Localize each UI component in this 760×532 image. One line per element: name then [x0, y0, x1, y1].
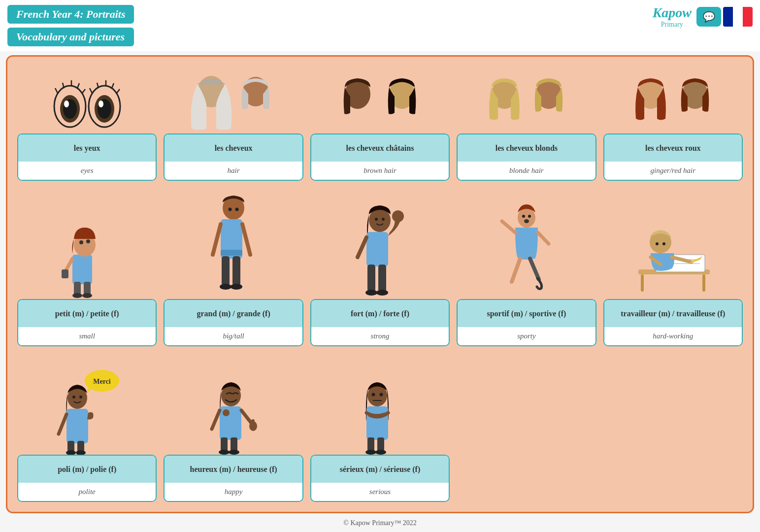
vocab-box-blonde-hair: les cheveux blonds blonde hair — [457, 133, 596, 181]
vocab-box-small: petit (m) / petite (f) small — [17, 299, 157, 346]
svg-point-64 — [524, 219, 529, 223]
vocab-card-happy: heureux (m) / heureuse (f) happy — [164, 353, 303, 502]
hair-image — [164, 66, 303, 133]
svg-line-7 — [77, 83, 79, 88]
french-flag — [723, 7, 753, 27]
vocab-french-sporty: sportif (m) / sportive (f) — [458, 300, 595, 327]
svg-rect-52 — [378, 265, 386, 292]
svg-line-8 — [82, 89, 85, 93]
svg-text:Merci: Merci — [93, 378, 111, 385]
vocab-french-happy: heureux (m) / heureuse (f) — [165, 456, 302, 483]
sporty-image — [457, 188, 596, 299]
chat-bubble-icon: 💬 — [696, 7, 721, 27]
svg-line-58 — [502, 221, 515, 233]
header: French Year 4: Portraits Vocabulary and … — [0, 0, 760, 51]
svg-line-17 — [117, 89, 120, 93]
svg-line-44 — [242, 224, 250, 255]
svg-point-46 — [235, 208, 239, 211]
vocab-card-blonde-hair: les cheveux blonds blonde hair — [457, 66, 596, 181]
vocab-card-brown-hair: les cheveux châtains brown hair — [310, 66, 450, 181]
vocab-box-hair: les cheveux hair — [164, 133, 303, 181]
svg-point-62 — [522, 215, 525, 218]
copyright-text: © Kapow Primary™ 2022 — [0, 517, 760, 529]
svg-point-107 — [372, 393, 375, 397]
svg-point-55 — [375, 218, 378, 221]
svg-point-41 — [220, 284, 231, 290]
vocab-english-sporty: sporty — [458, 327, 595, 345]
svg-point-88 — [72, 396, 75, 399]
vocab-french-tall: grand (m) / grande (f) — [165, 300, 302, 327]
strong-image — [310, 188, 450, 299]
page-title: French Year 4: Portraits — [16, 8, 125, 20]
vocab-box-eyes: les yeux eyes — [17, 133, 157, 181]
eyes-image — [17, 66, 157, 133]
vocab-french-eyes: les yeux — [18, 134, 156, 162]
svg-rect-66 — [641, 274, 644, 292]
svg-rect-39 — [222, 256, 230, 286]
svg-point-99 — [219, 450, 230, 455]
vocab-card-tall: grand (m) / grande (f) big/tall — [164, 188, 303, 346]
blonde-hair-image — [457, 66, 596, 133]
vocab-french-ginger-hair: les cheveux roux — [604, 134, 742, 162]
svg-rect-84 — [67, 441, 74, 452]
svg-point-106 — [375, 450, 386, 455]
logo-text: Kapow — [653, 5, 692, 21]
vocab-french-serious: sérieux (m) / sérieuse (f) — [311, 456, 449, 483]
svg-rect-94 — [251, 419, 255, 426]
svg-point-86 — [66, 450, 76, 455]
vocab-card-small: petit (m) / petite (f) small — [17, 188, 157, 346]
vocab-box-serious: sérieux (m) / sérieuse (f) serious — [310, 455, 450, 502]
svg-point-56 — [382, 218, 385, 221]
vocab-box-strong: fort (m) / forte (f) strong — [310, 299, 450, 346]
svg-point-32 — [72, 293, 82, 298]
svg-line-4 — [55, 88, 58, 93]
svg-line-13 — [90, 88, 92, 93]
svg-rect-51 — [367, 265, 375, 292]
hard-working-image — [603, 188, 743, 299]
svg-rect-35 — [62, 269, 68, 278]
svg-point-87 — [76, 450, 86, 455]
vocab-french-hair: les cheveux — [165, 134, 302, 162]
svg-line-43 — [213, 224, 221, 255]
vocab-box-brown-hair: les cheveux châtains brown hair — [310, 133, 450, 181]
svg-line-83 — [59, 414, 66, 434]
svg-point-54 — [376, 290, 388, 296]
svg-rect-67 — [702, 274, 705, 292]
vocab-card-eyes: les yeux eyes — [17, 66, 157, 181]
svg-rect-26 — [72, 255, 92, 284]
vocab-english-happy: happy — [165, 483, 302, 501]
vocab-french-small: petit (m) / petite (f) — [18, 300, 156, 327]
vocab-english-strong: strong — [311, 327, 449, 345]
svg-point-89 — [79, 396, 82, 399]
title-bar: French Year 4: Portraits — [7, 5, 134, 24]
vocab-english-hair: hair — [165, 162, 302, 180]
vocab-french-hard-working: travailleur (m) / travailleuse (f) — [604, 300, 742, 327]
vocab-english-hard-working: hard-working — [604, 327, 742, 345]
svg-point-33 — [82, 293, 92, 298]
serious-image — [310, 353, 450, 455]
vocab-french-brown-hair: les cheveux châtains — [311, 134, 449, 162]
svg-rect-85 — [77, 441, 84, 452]
svg-point-53 — [365, 290, 377, 296]
page-subtitle: Vocabulary and pictures — [16, 31, 125, 43]
flag-icons: 💬 — [696, 7, 753, 27]
svg-rect-38 — [221, 250, 242, 256]
vocab-card-serious: sérieux (m) / sérieuse (f) serious — [310, 353, 450, 502]
svg-line-60 — [512, 259, 520, 282]
svg-point-96 — [223, 409, 230, 416]
ginger-hair-image — [603, 66, 743, 133]
vocab-card-polite: Merci — [17, 353, 157, 502]
svg-point-100 — [229, 450, 239, 455]
svg-line-16 — [112, 83, 114, 88]
happy-image — [164, 353, 303, 455]
vocab-box-ginger-hair: les cheveux roux ginger/red hair — [603, 133, 743, 181]
vocab-card-hair: les cheveux hair — [164, 66, 303, 181]
small-image — [17, 188, 157, 299]
svg-point-108 — [380, 393, 383, 397]
vocab-english-blonde-hair: blonde hair — [458, 162, 595, 180]
svg-point-63 — [528, 215, 531, 218]
vocab-card-ginger-hair: les cheveux roux ginger/red hair — [603, 66, 743, 181]
svg-rect-102 — [366, 406, 388, 440]
svg-point-105 — [365, 450, 376, 455]
vocab-box-sporty: sportif (m) / sportive (f) sporty — [457, 299, 596, 346]
